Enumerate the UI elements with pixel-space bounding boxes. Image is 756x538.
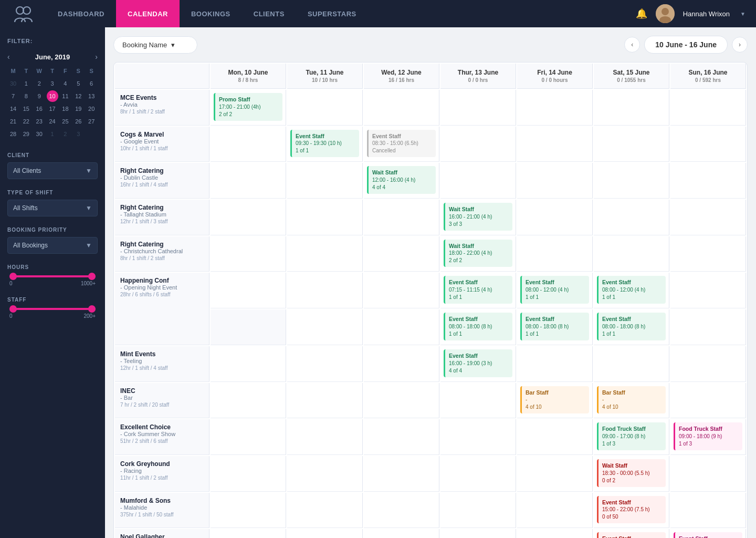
mini-cal-day[interactable]: 2 <box>34 78 45 89</box>
shift-card[interactable]: Wait Staff 18:00 - 22:00 (4 h) 2 of 2 <box>444 240 512 267</box>
booking-priority-select[interactable]: All Bookings ▼ <box>7 237 98 254</box>
mini-cal-day[interactable]: 23 <box>34 116 45 127</box>
staff-range[interactable]: 0 200+ <box>7 308 98 319</box>
nav-calendar[interactable]: CALENDAR <box>116 0 180 27</box>
shift-cell <box>211 236 286 272</box>
table-row: Excellent Choice - Cork Summer Show 51hr… <box>115 419 746 455</box>
mini-cal-day[interactable]: 20 <box>86 103 97 115</box>
hours-label: HOURS <box>7 264 98 270</box>
shift-card[interactable]: Event Staff 08:00 - 12:00 (4 h) 1 of 1 <box>597 276 666 304</box>
nav-superstars[interactable]: SUPERSTARS <box>296 0 368 27</box>
mini-cal-header: ‹ June, 2019 › <box>7 53 98 61</box>
mini-cal-day[interactable]: 2 <box>59 128 71 140</box>
hours-thumb-right[interactable] <box>88 273 96 280</box>
mini-cal-prev[interactable]: ‹ <box>7 53 10 61</box>
mini-cal-day[interactable]: 14 <box>7 103 19 115</box>
shift-card[interactable]: Wait Staff 16:00 - 21:00 (4 h) 3 of 3 <box>444 203 512 231</box>
mini-cal-day[interactable]: 30 <box>7 78 19 89</box>
mini-cal-day[interactable]: 13 <box>86 90 97 102</box>
mini-cal-day[interactable]: 8 <box>20 90 32 102</box>
hours-thumb-left[interactable] <box>9 273 17 280</box>
mini-cal-day[interactable]: 1 <box>20 78 32 89</box>
user-menu-chevron[interactable]: ▼ <box>740 11 746 17</box>
shift-card[interactable]: Event Staff 08:00 - 18:00 (8 h) 1 of 1 <box>520 313 589 340</box>
mini-cal-day[interactable]: 27 <box>86 116 97 127</box>
date-nav-next[interactable]: › <box>732 37 748 53</box>
booking-name-filter[interactable]: Booking Name ▾ <box>113 36 197 54</box>
shift-card[interactable]: Event Staff 07:15 - 11:15 (4 h) 1 of 1 <box>444 276 512 304</box>
shift-card[interactable]: Event Staff 16:00 - 19:00 (3 h) 4 of 4 <box>444 349 512 377</box>
calendar-table: Mon, 10 June8 / 8 hrsTue, 11 June10 / 10… <box>113 62 748 538</box>
mini-cal-day[interactable]: 1 <box>47 128 58 140</box>
mini-cal-day[interactable]: 11 <box>59 90 71 102</box>
shift-card[interactable]: Food Truck Staff 09:00 - 17:00 (8 h) 1 o… <box>597 422 666 450</box>
shift-card[interactable]: Bar Staff - 4 of 10 <box>520 386 589 414</box>
mini-cal-day[interactable]: 4 <box>59 78 71 89</box>
booking-name: Right Catering <box>120 204 204 211</box>
nav-dashboard[interactable]: DASHBOARD <box>46 0 116 27</box>
mini-cal-day[interactable]: 25 <box>59 116 71 127</box>
staff-thumb-right[interactable] <box>88 305 96 313</box>
mini-cal-day[interactable]: 12 <box>72 90 84 102</box>
mini-cal-day[interactable]: 10 <box>47 90 58 102</box>
nav-clients[interactable]: CLIENTS <box>242 0 296 27</box>
mini-cal-day[interactable]: 30 <box>34 128 45 140</box>
shift-card[interactable]: Event Staff 08:30 - 15:00 (6.5h) Cancell… <box>367 130 436 158</box>
mini-cal-day[interactable]: 29 <box>20 128 32 140</box>
mini-cal-day[interactable]: 15 <box>20 103 32 115</box>
shift-type-select[interactable]: All Shifts ▼ <box>7 200 98 216</box>
shift-cell <box>287 309 363 345</box>
booking-meta: 51hr / 2 shift / 6 staff <box>120 438 204 444</box>
mini-cal-day[interactable]: 5 <box>72 78 84 89</box>
mini-cal-next[interactable]: › <box>95 53 98 61</box>
mini-cal-day[interactable]: 16 <box>34 103 45 115</box>
shift-cell <box>670 456 746 492</box>
shift-card[interactable]: Event Staff 08:00 - 12:00 (4 h) 1 of 1 <box>520 276 589 304</box>
mini-cal-day-header: S <box>72 65 84 77</box>
shift-card[interactable]: Wait Staff 18:30 - 00:00 (5.5 h) 0 of 2 <box>597 459 666 487</box>
mini-cal-day[interactable]: 17 <box>47 103 58 115</box>
shift-card[interactable]: Event Staff 09:30 - 19:30 (10 h) 1 of 1 <box>290 130 359 158</box>
shift-card[interactable]: Wait Staff 12:00 - 16:00 (4 h) 4 of 4 <box>367 166 436 194</box>
staff-track <box>9 308 96 310</box>
booking-name: Mint Events <box>120 350 204 358</box>
mini-cal-day[interactable]: 3 <box>47 78 58 89</box>
mini-cal-day[interactable]: 28 <box>7 128 19 140</box>
date-nav-prev[interactable]: ‹ <box>624 37 640 53</box>
mini-cal-day[interactable]: 6 <box>86 78 97 89</box>
shift-card[interactable]: Event Staff 14:00 - 21:00 (7.5 h) 0 of 7… <box>674 532 742 538</box>
booking-meta: 12hr / 1 shift / 3 staff <box>120 219 204 224</box>
mini-cal-day[interactable]: 26 <box>72 116 84 127</box>
shift-card[interactable]: Event Staff 14:00 - 21:00 (7.5 h) 0 of 7… <box>597 532 666 538</box>
shift-cell: Bar Staff - 4 of 10 <box>594 383 669 419</box>
shift-cell <box>287 346 363 382</box>
shift-card[interactable]: Event Staff 08:00 - 18:00 (8 h) 1 of 1 <box>444 313 512 340</box>
notifications-icon[interactable]: 🔔 <box>636 8 647 19</box>
mini-cal-day[interactable]: 21 <box>7 116 19 127</box>
mini-cal-day[interactable]: 19 <box>72 103 84 115</box>
shift-card[interactable]: Promo Staff 17:00 - 21:00 (4h) 2 of 2 <box>214 93 282 121</box>
shift-card[interactable]: Event Staff 08:00 - 18:00 (8 h) 1 of 1 <box>597 313 666 340</box>
staff-thumb-left[interactable] <box>9 305 17 313</box>
shift-cell <box>517 90 593 126</box>
nav-bookings[interactable]: BOOKINGS <box>180 0 242 27</box>
client-select[interactable]: All Clients ▼ <box>7 162 98 179</box>
shift-card[interactable]: Food Truck Staff 09:00 - 18:00 (9 h) 1 o… <box>674 422 742 450</box>
mini-cal-day[interactable]: 24 <box>47 116 58 127</box>
table-row: Right Catering - Tallaght Stadium 12hr /… <box>115 200 746 235</box>
logo[interactable] <box>10 4 36 23</box>
hours-range[interactable]: 0 1000+ <box>7 275 98 286</box>
shift-cell <box>364 419 439 455</box>
mini-cal-day[interactable]: 3 <box>72 128 84 140</box>
mini-cal-day[interactable]: 9 <box>34 90 45 102</box>
table-row: Right Catering - Dublin Castle 16hr / 1 … <box>115 163 746 199</box>
shift-card[interactable]: Event Staff 15:00 - 22:00 (7.5 h) 0 of 5… <box>597 496 666 524</box>
mini-cal-day[interactable]: 22 <box>20 116 32 127</box>
mini-cal-day[interactable]: 7 <box>7 90 19 102</box>
shift-card[interactable]: Bar Staff - 4 of 10 <box>597 386 666 414</box>
shift-cell <box>211 200 286 235</box>
user-name[interactable]: Hannah Wrixon <box>683 10 730 18</box>
mini-cal-day-header: T <box>47 65 58 77</box>
avatar[interactable] <box>656 4 675 23</box>
mini-cal-day[interactable]: 18 <box>59 103 71 115</box>
